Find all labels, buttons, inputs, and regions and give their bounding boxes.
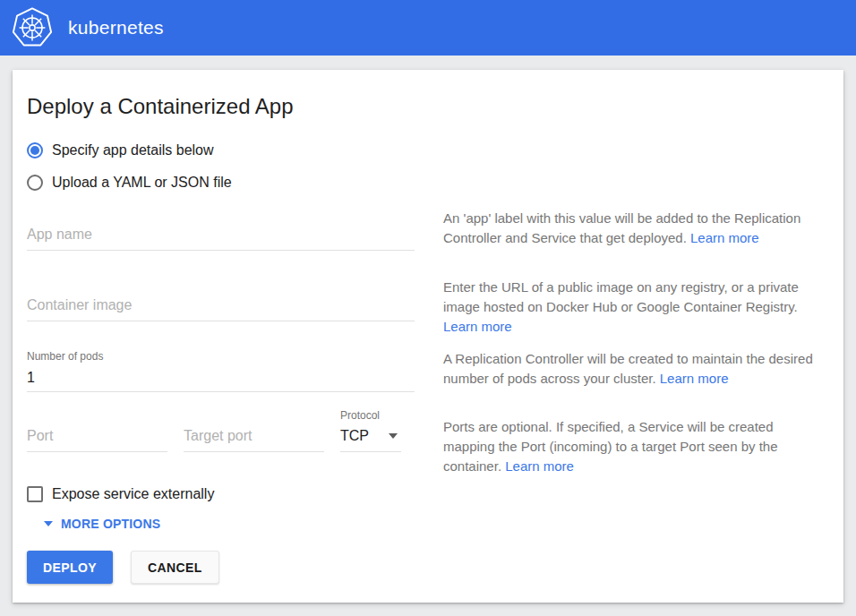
protocol-label: Protocol [340, 409, 401, 422]
help-text: Enter the URL of a public image on any r… [443, 279, 799, 314]
number-of-pods-label: Number of pods [27, 350, 415, 363]
radio-label: Upload a YAML or JSON file [52, 175, 232, 191]
deploy-button[interactable]: DEPLOY [27, 551, 113, 584]
app-header: kubernetes [0, 0, 856, 56]
radio-option-1[interactable]: Upload a YAML or JSON file [27, 174, 824, 192]
protocol-value: TCP [340, 428, 369, 444]
kubernetes-brand[interactable]: kubernetes [11, 6, 164, 49]
help-text: Ports are optional. If specified, a Serv… [443, 419, 778, 474]
learn-more-link[interactable]: Learn more [505, 458, 574, 474]
learn-more-link[interactable]: Learn more [660, 371, 729, 386]
learn-more-link[interactable]: Learn more [443, 319, 512, 334]
number-of-pods-input[interactable] [27, 370, 415, 392]
deploy-form-card: Deploy a Containerized App Specify app d… [13, 70, 843, 603]
checkbox-label: Expose service externally [52, 486, 214, 502]
port-input[interactable] [27, 428, 167, 452]
help-text: A Replication Controller will be created… [443, 351, 813, 386]
radio-option-0[interactable]: Specify app details below [27, 141, 824, 159]
kubernetes-logo-icon [11, 6, 54, 49]
app-name-row: An 'app' label with this value will be a… [27, 209, 824, 278]
deploy-mode-radio-group: Specify app details below Upload a YAML … [27, 141, 824, 192]
learn-more-link[interactable]: Learn more [690, 230, 759, 245]
expose-service-checkbox-row[interactable]: Expose service externally [27, 485, 824, 503]
more-options-toggle[interactable]: MORE OPTIONS [27, 517, 824, 531]
container-image-row: Enter the URL of a public image on any r… [27, 278, 824, 347]
form-actions: DEPLOY CANCEL [27, 551, 824, 584]
app-name-input[interactable] [27, 227, 415, 251]
triangle-down-icon [44, 521, 53, 526]
radio-label: Specify app details below [52, 142, 214, 158]
target-port-input[interactable] [184, 428, 324, 452]
ports-row: Protocol TCP Ports are optional. If spec… [27, 407, 824, 477]
brand-title: kubernetes [68, 17, 164, 38]
radio-icon [27, 175, 43, 191]
number-of-pods-help: A Replication Controller will be created… [443, 349, 824, 389]
container-image-help: Enter the URL of a public image on any r… [443, 278, 824, 337]
more-options-label: MORE OPTIONS [61, 517, 160, 531]
app-name-help: An 'app' label with this value will be a… [443, 209, 824, 248]
ports-help: Ports are optional. If specified, a Serv… [443, 417, 824, 476]
container-image-input[interactable] [27, 297, 415, 321]
number-of-pods-row: Number of pods A Replication Controller … [27, 347, 824, 407]
radio-icon [27, 142, 43, 158]
protocol-dropdown[interactable]: TCP [340, 428, 401, 452]
cancel-button[interactable]: CANCEL [131, 551, 219, 584]
chevron-down-icon [389, 433, 398, 439]
checkbox-icon [27, 486, 43, 502]
page-title: Deploy a Containerized App [27, 70, 824, 120]
